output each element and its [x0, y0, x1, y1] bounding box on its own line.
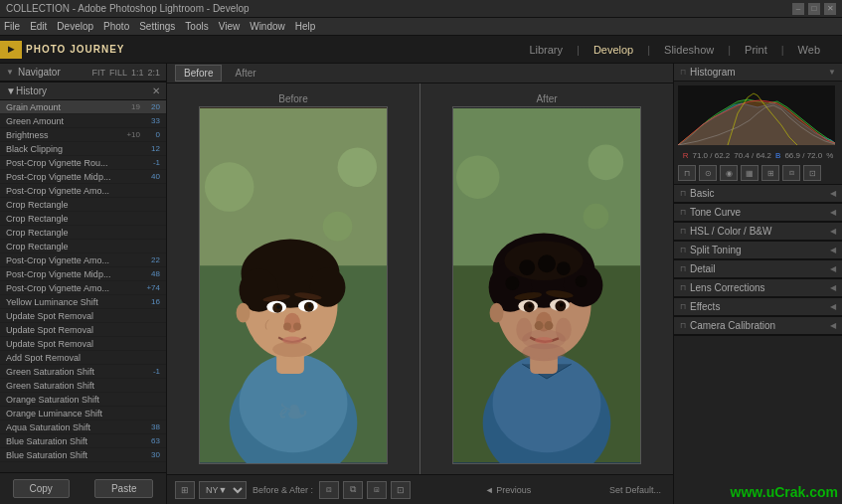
history-item[interactable]: Crop Rectangle [0, 198, 166, 212]
history-item[interactable]: Black Clipping12 [0, 142, 166, 156]
minimize-button[interactable]: – [792, 3, 804, 15]
history-item[interactable]: Aqua Saturation Shift38 [0, 420, 166, 434]
hist-tool-4[interactable]: ▦ [741, 165, 758, 181]
tone-curve-header[interactable]: ⊓ Tone Curve ◀ [674, 204, 842, 222]
hist-tool-7[interactable]: ⊡ [803, 165, 821, 181]
history-item[interactable]: Blue Saturation Shift63 [0, 434, 166, 448]
camera-cal-header[interactable]: ⊓ Camera Calibration ◀ [674, 317, 842, 335]
svg-point-3 [338, 147, 378, 187]
history-item[interactable]: Green Saturation Shift-1 [0, 365, 166, 379]
hist-tool-6[interactable]: ⧈ [782, 165, 800, 181]
split-toning-header[interactable]: ⊓ Split Toning ◀ [674, 242, 842, 259]
history-item-name: Crop Rectangle [6, 200, 160, 210]
menu-view[interactable]: View [219, 21, 241, 32]
history-item-name: Update Spot Removal [6, 339, 160, 349]
nav-print[interactable]: Print [739, 42, 773, 58]
history-title: History [16, 85, 47, 96]
toolbar-view-btn3[interactable]: ⧇ [367, 481, 387, 499]
menu-window[interactable]: Window [250, 21, 285, 32]
camera-cal-pin: ⊓ [680, 321, 686, 330]
history-item[interactable]: Orange Luminance Shift [0, 407, 166, 420]
nav-library[interactable]: Library [523, 42, 569, 58]
history-item[interactable]: Update Spot Removal [0, 309, 166, 323]
menu-photo[interactable]: Photo [103, 21, 129, 32]
menu-settings[interactable]: Settings [139, 21, 175, 32]
maximize-button[interactable]: □ [808, 3, 820, 15]
history-item[interactable]: Post-Crop Vignette Midp...48 [0, 267, 166, 281]
history-item[interactable]: Post-Crop Vignette Amo...22 [0, 253, 166, 267]
menu-develop[interactable]: Develop [57, 21, 93, 32]
history-item[interactable]: Blue Saturation Shift30 [0, 448, 166, 462]
nav-2to1[interactable]: 2:1 [147, 68, 160, 78]
toolbar-view-btn2[interactable]: ⧉ [343, 481, 363, 499]
history-header[interactable]: ▼ History ✕ [0, 83, 166, 100]
lens-header[interactable]: ⊓ Lens Corrections ◀ [674, 279, 842, 297]
history-item-val2: 12 [144, 144, 160, 153]
effects-arrow: ◀ [830, 302, 836, 311]
history-item-name: Yellow Luminance Shift [6, 297, 140, 307]
svg-point-17 [276, 304, 280, 308]
history-item[interactable]: Green Amount33 [0, 114, 166, 128]
menu-tools[interactable]: Tools [185, 21, 208, 32]
effects-header[interactable]: ⊓ Effects ◀ [674, 298, 842, 316]
history-item[interactable]: Crop Rectangle [0, 240, 166, 253]
close-button[interactable]: ✕ [824, 3, 836, 15]
history-close[interactable]: ✕ [152, 85, 160, 96]
view-tabs: Before After [167, 64, 673, 84]
history-item[interactable]: Orange Saturation Shift [0, 393, 166, 407]
main-layout: ▼ Navigator FIT FILL 1:1 2:1 ▼ History ✕… [0, 64, 842, 504]
toolbar-lock-btn[interactable]: ⊞ [175, 481, 195, 499]
hsl-header[interactable]: ⊓ HSL / Color / B&W ◀ [674, 223, 842, 241]
lens-title: Lens Corrections [690, 282, 765, 293]
basic-header[interactable]: ⊓ Basic ◀ [674, 185, 842, 203]
bottom-toolbar: ⊞ NY▼ Before & After : ⧈ ⧉ ⧇ ⊡ ◄ Previou… [167, 474, 673, 504]
menu-file[interactable]: File [4, 21, 20, 32]
history-item[interactable]: Brightness+100 [0, 128, 166, 142]
title-text: COLLECTION - Adobe Photoshop Lightroom -… [6, 3, 792, 14]
history-item-name: Add Spot Removal [6, 353, 160, 363]
history-item-name: Crop Rectangle [6, 242, 160, 252]
hist-tool-5[interactable]: ⊞ [761, 165, 779, 181]
nav-fill[interactable]: FILL [109, 68, 127, 78]
after-container: After [421, 84, 673, 474]
hist-tool-3[interactable]: ◉ [720, 165, 738, 181]
nav-develop[interactable]: Develop [588, 42, 639, 58]
set-default-button[interactable]: Set Default... [605, 483, 665, 497]
history-item[interactable]: Add Spot Removal [0, 351, 166, 365]
hist-tool-2[interactable]: ⊙ [699, 165, 717, 181]
copy-button[interactable]: Copy [13, 479, 70, 498]
nav-web[interactable]: Web [792, 42, 826, 58]
tab-after[interactable]: After [226, 65, 264, 82]
history-item[interactable]: Update Spot Removal [0, 323, 166, 337]
detail-header[interactable]: ⊓ Detail ◀ [674, 260, 842, 278]
nav-1to1[interactable]: 1:1 [131, 68, 144, 78]
history-item[interactable]: Post-Crop Vignette Amo... [0, 184, 166, 198]
history-item-name: Green Saturation Shift [6, 381, 160, 391]
toolbar-view-btn4[interactable]: ⊡ [391, 481, 411, 499]
navigator-header[interactable]: ▼ Navigator FIT FILL 1:1 2:1 [0, 64, 166, 82]
history-item[interactable]: Post-Crop Vignette Midp...40 [0, 170, 166, 184]
nav-fit[interactable]: FIT [91, 68, 105, 78]
toolbar-view-btn1[interactable]: ⧈ [319, 481, 339, 499]
svg-point-54 [535, 321, 544, 330]
history-item[interactable]: Crop Rectangle [0, 226, 166, 240]
history-item[interactable]: Green Saturation Shift [0, 379, 166, 393]
paste-button[interactable]: Paste [94, 479, 154, 498]
effects-pin: ⊓ [680, 302, 686, 311]
tab-before[interactable]: Before [175, 65, 222, 82]
history-item[interactable]: Update Spot Removal [0, 337, 166, 351]
histogram-collapse[interactable]: ▼ [828, 68, 836, 77]
history-item[interactable]: Crop Rectangle [0, 212, 166, 226]
histogram-tools: ⊓ ⊙ ◉ ▦ ⊞ ⧈ ⊡ [674, 162, 842, 184]
history-item[interactable]: Post-Crop Vignette Rou...-1 [0, 156, 166, 170]
nav-slideshow[interactable]: Slideshow [658, 42, 720, 58]
menu-help[interactable]: Help [295, 21, 316, 32]
history-item[interactable]: Yellow Luminance Shift16 [0, 295, 166, 309]
hist-tool-1[interactable]: ⊓ [678, 165, 696, 181]
toolbar-select[interactable]: NY▼ [199, 481, 247, 499]
prev-button[interactable]: ◄ Previous [481, 483, 535, 497]
menu-edit[interactable]: Edit [30, 21, 47, 32]
history-item[interactable]: Post-Crop Vignette Amo...+74 [0, 281, 166, 295]
history-item[interactable]: Grain Amount1920 [0, 100, 166, 114]
detail-arrow: ◀ [830, 264, 836, 273]
